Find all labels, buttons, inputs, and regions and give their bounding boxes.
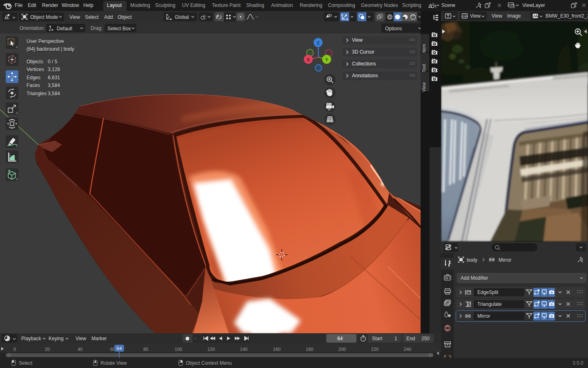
svg-text:80: 80 [143, 347, 148, 352]
svg-text:220: 220 [371, 347, 379, 352]
svg-text:0: 0 [13, 347, 16, 352]
svg-text:240: 240 [404, 347, 411, 352]
svg-text:64: 64 [117, 346, 122, 351]
svg-text:100: 100 [175, 347, 182, 352]
svg-text:140: 140 [240, 347, 247, 352]
svg-text:20: 20 [45, 347, 50, 352]
svg-text:Y: Y [325, 57, 328, 62]
svg-text:Z: Z [317, 40, 320, 45]
svg-text:120: 120 [207, 347, 215, 352]
svg-text:180: 180 [306, 347, 313, 352]
svg-text:40: 40 [78, 347, 82, 352]
svg-text:200: 200 [339, 347, 346, 352]
svg-text:X: X [307, 57, 310, 62]
svg-text:160: 160 [273, 347, 281, 352]
